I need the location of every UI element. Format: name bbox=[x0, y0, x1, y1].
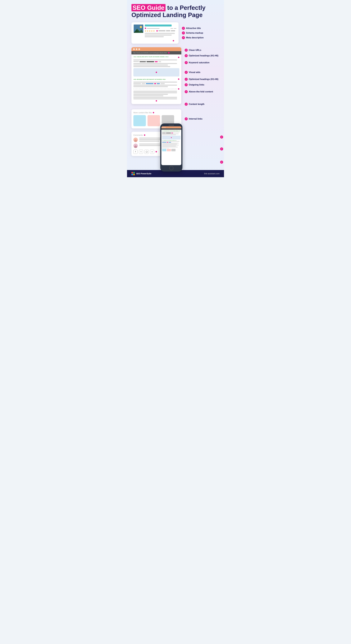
phone-cards bbox=[162, 149, 180, 151]
browser-titlebar bbox=[132, 47, 181, 51]
visual-block bbox=[134, 68, 180, 76]
serp-section: ▬▬▬▬▬▬▬▬▬▬ ▬▬ ▬▬ ★★★★★ bbox=[127, 21, 224, 45]
check-icon-2 bbox=[182, 32, 185, 34]
svg-point-1 bbox=[140, 26, 142, 28]
check-icon-social bbox=[220, 160, 223, 164]
serp-rating-dot bbox=[156, 30, 158, 32]
check-icon-opt2 bbox=[185, 78, 188, 81]
phone-h2: <H2> HEADING WITH SECONDARY KEYWORDS </H… bbox=[162, 140, 180, 141]
phone-more-content: More content like this bbox=[162, 148, 180, 148]
content-line-3 bbox=[134, 64, 168, 66]
check-icon-opt1 bbox=[185, 54, 188, 57]
check-icon-internal bbox=[185, 117, 188, 120]
annotation-comment-section: Comment section bbox=[220, 134, 224, 140]
phone-h1: <H1> HEADLINE WITH YOUR KEYWORD INSIDE <… bbox=[162, 130, 180, 131]
browser-dot-3 bbox=[138, 48, 140, 50]
footer-brand: SEO PowerSuite bbox=[132, 172, 152, 175]
social-dot bbox=[156, 151, 157, 152]
inline-elements-1 bbox=[134, 61, 180, 62]
phone-screen: http://www.yourwebsite.com/catalog/produ… bbox=[161, 126, 181, 165]
browser-search-dot bbox=[168, 52, 170, 54]
content-line-1 bbox=[134, 60, 177, 60]
phone-container: http://www.yourwebsite.com/catalog/produ… bbox=[160, 124, 182, 172]
serp-mockup: ▬▬▬▬▬▬▬▬▬▬ ▬▬ ▬▬ ★★★★★ bbox=[132, 22, 178, 44]
annotation-attractive-title: Attractive title bbox=[182, 27, 221, 30]
comments-dot bbox=[144, 134, 145, 136]
fold-line bbox=[134, 89, 177, 89]
annotation-outgoing: Outgoing links bbox=[185, 83, 221, 86]
instagram-icon[interactable]: ◯ bbox=[144, 150, 149, 154]
title-line1: SEO Guide to a Perfectly bbox=[132, 4, 220, 11]
content-line-2 bbox=[134, 63, 177, 64]
phone-speaker bbox=[168, 125, 174, 126]
content-length-dot bbox=[156, 100, 157, 102]
browser-content-area: <H1> HEADLINE WITH YOUR KEYWORD INSIDE <… bbox=[132, 54, 181, 104]
more-content-annotation: Internal links bbox=[181, 117, 221, 120]
bottom-annotations: Comment section Mobile-friendliness Soci… bbox=[181, 132, 224, 166]
card-1 bbox=[134, 115, 146, 126]
link-blue-2 bbox=[157, 83, 160, 84]
avatar-2 bbox=[134, 144, 138, 148]
phone-content: <H1> HEADLINE WITH YOUR KEYWORD INSIDE <… bbox=[161, 130, 181, 152]
annotation-optimized-h2: Optimized headings (H1-H6) bbox=[185, 78, 221, 81]
main-infographic: SEO Guide to a Perfectly Optimized Landi… bbox=[127, 0, 224, 177]
phone-mockup: http://www.yourwebsite.com/catalog/produ… bbox=[160, 124, 182, 172]
h2-dot bbox=[178, 78, 180, 80]
browser-section: http://www.yourwebsite.com/catalog/produ… bbox=[127, 46, 224, 107]
content-line-5 bbox=[134, 82, 177, 82]
serp-url-dot bbox=[145, 28, 146, 29]
h1-dot bbox=[178, 57, 180, 58]
link-elements bbox=[134, 83, 180, 84]
check-icon-kw bbox=[185, 61, 188, 64]
serp-title-bar bbox=[145, 24, 172, 26]
annotation-optimized-h1: Optimized headings (H1-H6) bbox=[185, 54, 221, 57]
check-icon-len bbox=[185, 103, 188, 106]
check-icon-clean bbox=[185, 49, 188, 52]
avatar-1 bbox=[134, 138, 138, 142]
annotation-clean-urls: Clean URLs bbox=[185, 49, 221, 52]
browser-dot-2 bbox=[136, 48, 138, 50]
annotation-social: Social share buttons bbox=[220, 158, 224, 166]
phone-home-button[interactable] bbox=[169, 166, 174, 170]
content-line-7 bbox=[134, 86, 168, 87]
link-pink bbox=[154, 83, 156, 84]
twitter-icon[interactable]: t bbox=[139, 150, 143, 154]
content-line-4 bbox=[134, 66, 170, 67]
phone-visual bbox=[162, 136, 180, 140]
annotation-fold: Above-the-fold content bbox=[185, 90, 221, 93]
annotation-schema: Schema markup bbox=[182, 32, 221, 34]
browser-mockup: http://www.yourwebsite.com/catalog/produ… bbox=[132, 47, 181, 104]
card-2 bbox=[148, 115, 160, 126]
bottom-section: Comments bbox=[127, 132, 224, 170]
browser-h2: <H2> HEADING WITH SECONDARY KEYWORDS </H… bbox=[134, 79, 166, 80]
title-line2: Optimized Landing Page bbox=[132, 12, 220, 18]
check-icon-1 bbox=[182, 27, 185, 30]
serp-bottom-dot bbox=[173, 40, 174, 42]
footer-url: link-assistant.com bbox=[204, 172, 220, 175]
annotation-mobile: Mobile-friendliness bbox=[220, 146, 224, 152]
fold-dot bbox=[178, 88, 180, 90]
check-icon-comments bbox=[220, 136, 223, 138]
browser-url: http://www.yourwebsite.com/catalog/produ… bbox=[133, 52, 167, 54]
annotation-keyword-sat: Keyword saturation bbox=[185, 61, 221, 64]
header: SEO Guide to a Perfectly Optimized Landi… bbox=[127, 0, 224, 21]
check-icon-vis bbox=[185, 71, 188, 74]
content-line-6 bbox=[134, 85, 177, 86]
brand-name: SEO PowerSuite bbox=[136, 172, 152, 175]
phone-titlebar bbox=[161, 126, 181, 128]
serp-stars: ★★★★★ bbox=[145, 30, 155, 32]
check-icon-3 bbox=[182, 36, 185, 39]
title-highlight: SEO Guide bbox=[132, 4, 166, 11]
check-icon-fold bbox=[185, 90, 188, 93]
github-icon[interactable]: ♠ bbox=[150, 150, 154, 154]
serp-url-row: ▬▬▬▬▬▬▬▬▬▬ ▬▬ ▬▬ bbox=[145, 28, 176, 29]
annotation-internal: Internal links bbox=[185, 117, 221, 120]
facebook-icon[interactable]: f bbox=[134, 150, 138, 154]
check-icon-mobile bbox=[220, 148, 223, 150]
annotation-content-length: Content length bbox=[185, 103, 221, 106]
annotation-visual: Visual aids bbox=[185, 71, 221, 74]
check-icon-out bbox=[185, 83, 188, 86]
serp-image bbox=[134, 24, 143, 33]
link-blue-1 bbox=[146, 83, 154, 84]
seo-powersuite-logo bbox=[132, 172, 135, 175]
